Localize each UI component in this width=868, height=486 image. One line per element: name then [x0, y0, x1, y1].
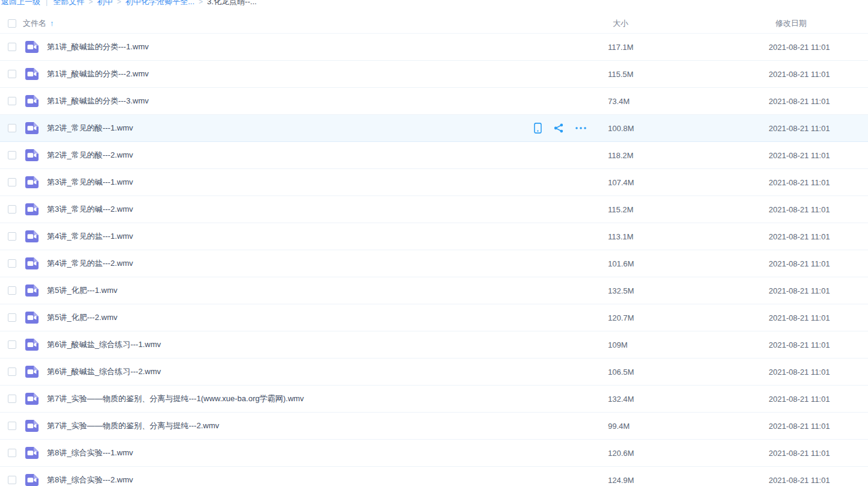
row-checkbox[interactable]: [8, 70, 16, 78]
file-name-link[interactable]: 第2讲_常见的酸---1.wmv: [47, 123, 534, 134]
file-date: 2021-08-21 11:01: [769, 449, 868, 458]
row-checkbox[interactable]: [8, 259, 16, 268]
row-checkbox[interactable]: [8, 151, 16, 159]
file-name-link[interactable]: 第5讲_化肥---2.wmv: [47, 312, 608, 323]
file-row[interactable]: 第3讲_常见的碱---1.wmv: [0, 169, 868, 196]
file-size: 99.4M: [608, 422, 769, 431]
video-file-icon: [25, 41, 39, 53]
file-date: 2021-08-21 11:01: [769, 368, 868, 377]
column-header-date: 修改日期: [769, 18, 868, 29]
breadcrumb-arrow-separator: >: [199, 0, 203, 6]
video-file-icon: [25, 312, 39, 324]
file-size: 124.9M: [608, 476, 769, 485]
video-file-icon: [25, 339, 39, 351]
file-name-link[interactable]: 第8讲_综合实验---1.wmv: [47, 448, 608, 458]
row-checkbox[interactable]: [8, 232, 16, 241]
file-row[interactable]: 第1讲_酸碱盐的分类---3.wmv: [0, 88, 868, 115]
sort-ascending-icon[interactable]: ↑: [50, 19, 54, 28]
video-file-icon: [25, 447, 39, 459]
file-row[interactable]: 第6讲_酸碱盐_综合练习---1.wmv: [0, 331, 868, 358]
file-row[interactable]: 第2讲_常见的酸---2.wmv: [0, 142, 868, 169]
file-date: 2021-08-21 11:01: [769, 70, 868, 79]
file-list: 第1讲_酸碱盐的分类---1.wmv: [0, 34, 868, 486]
video-file-icon: [25, 257, 39, 269]
video-file-icon: [25, 366, 39, 378]
file-row[interactable]: 第4讲_常见的盐---1.wmv: [0, 223, 868, 250]
row-checkbox[interactable]: [8, 395, 16, 403]
file-row[interactable]: 第5讲_化肥---1.wmv: [0, 277, 868, 304]
column-header-filename[interactable]: 文件名 ↑: [23, 18, 608, 29]
file-name-link[interactable]: 第6讲_酸碱盐_综合练习---1.wmv: [47, 339, 608, 350]
file-row[interactable]: 第3讲_常见的碱---2.wmv: [0, 196, 868, 223]
breadcrumb-item-all-files[interactable]: 全部文件: [53, 0, 84, 6]
file-name-link[interactable]: 第6讲_酸碱盐_综合练习---2.wmv: [47, 366, 608, 377]
file-size: 115.5M: [608, 70, 769, 79]
video-file-icon: [25, 68, 39, 80]
file-name-link[interactable]: 第5讲_化肥---1.wmv: [47, 285, 608, 296]
file-size: 106.5M: [608, 368, 769, 377]
file-row[interactable]: 第2讲_常见的酸---1.wmv: [0, 115, 868, 142]
file-name-link[interactable]: 第7讲_实验——物质的鉴别、分离与提纯---1(www.xue-ba.org学霸…: [47, 393, 608, 404]
video-file-icon: [25, 122, 39, 134]
row-checkbox[interactable]: [8, 43, 16, 51]
breadcrumb-arrow-separator: >: [117, 0, 121, 6]
row-checkbox[interactable]: [8, 205, 16, 214]
file-row[interactable]: 第1讲_酸碱盐的分类---1.wmv: [0, 34, 868, 61]
file-name-link[interactable]: 第2讲_常见的酸---2.wmv: [47, 150, 608, 161]
breadcrumb-item-chemistry-course[interactable]: 初中化学沧卿平全...: [125, 0, 194, 6]
row-checkbox[interactable]: [8, 124, 16, 132]
row-checkbox[interactable]: [8, 476, 16, 484]
row-checkbox[interactable]: [8, 422, 16, 430]
file-size: 73.4M: [608, 97, 769, 106]
file-size: 113.1M: [608, 232, 769, 241]
file-size: 109M: [608, 340, 769, 349]
video-file-icon: [25, 474, 39, 486]
file-name-link[interactable]: 第1讲_酸碱盐的分类---2.wmv: [47, 69, 608, 79]
file-row[interactable]: 第5讲_化肥---2.wmv: [0, 304, 868, 331]
file-row[interactable]: 第6讲_酸碱盐_综合练习---2.wmv: [0, 358, 868, 386]
more-actions-icon[interactable]: [575, 127, 586, 129]
breadcrumb-arrow-separator: >: [88, 0, 93, 6]
file-name-link[interactable]: 第3讲_常见的碱---2.wmv: [47, 204, 608, 215]
file-size: 118.2M: [608, 151, 769, 160]
file-name-link[interactable]: 第1讲_酸碱盐的分类---1.wmv: [47, 42, 608, 52]
file-row[interactable]: 第1讲_酸碱盐的分类---2.wmv: [0, 61, 868, 88]
column-header-size: 大小: [608, 18, 769, 29]
file-date: 2021-08-21 11:01: [769, 313, 868, 322]
breadcrumb-bar-separator: |: [46, 0, 48, 6]
file-size: 100.8M: [608, 124, 769, 133]
row-checkbox[interactable]: [8, 313, 16, 322]
row-checkbox[interactable]: [8, 97, 16, 105]
row-checkbox[interactable]: [8, 449, 16, 457]
file-row[interactable]: 第8讲_综合实验---1.wmv: [0, 440, 868, 467]
breadcrumb-back-link[interactable]: 返回上一级: [1, 0, 40, 6]
file-date: 2021-08-21 11:01: [769, 395, 868, 404]
file-date: 2021-08-21 11:01: [769, 286, 868, 295]
file-name-link[interactable]: 第8讲_综合实验---2.wmv: [47, 475, 608, 485]
file-date: 2021-08-21 11:01: [769, 340, 868, 349]
file-row[interactable]: 第7讲_实验——物质的鉴别、分离与提纯---2.wmv: [0, 413, 868, 440]
file-row[interactable]: 第7讲_实验——物质的鉴别、分离与提纯---1(www.xue-ba.org学霸…: [0, 386, 868, 413]
video-file-icon: [25, 149, 39, 161]
breadcrumb: 返回上一级|全部文件>初中>初中化学沧卿平全...>3.化龙点睛--...: [0, 0, 868, 7]
row-checkbox[interactable]: [8, 178, 16, 186]
video-file-icon: [25, 176, 39, 188]
breadcrumb-item-junior-high[interactable]: 初中: [97, 0, 113, 6]
row-checkbox[interactable]: [8, 368, 16, 376]
row-checkbox[interactable]: [8, 340, 16, 349]
share-icon[interactable]: [554, 123, 563, 133]
file-name-link[interactable]: 第4讲_常见的盐---2.wmv: [47, 258, 608, 269]
row-checkbox[interactable]: [8, 286, 16, 295]
file-name-link[interactable]: 第4讲_常见的盐---1.wmv: [47, 231, 608, 242]
file-row[interactable]: 第8讲_综合实验---2.wmv: [0, 467, 868, 486]
file-size: 117.1M: [608, 43, 769, 52]
file-size: 120.6M: [608, 449, 769, 458]
file-name-link[interactable]: 第3讲_常见的碱---1.wmv: [47, 177, 608, 188]
video-file-icon: [25, 393, 39, 405]
file-name-link[interactable]: 第1讲_酸碱盐的分类---3.wmv: [47, 96, 608, 106]
file-row[interactable]: 第4讲_常见的盐---2.wmv: [0, 250, 868, 277]
select-all-checkbox[interactable]: [8, 19, 16, 28]
video-file-icon: [25, 95, 39, 107]
file-name-link[interactable]: 第7讲_实验——物质的鉴别、分离与提纯---2.wmv: [47, 420, 608, 431]
send-to-phone-icon[interactable]: [534, 123, 542, 134]
